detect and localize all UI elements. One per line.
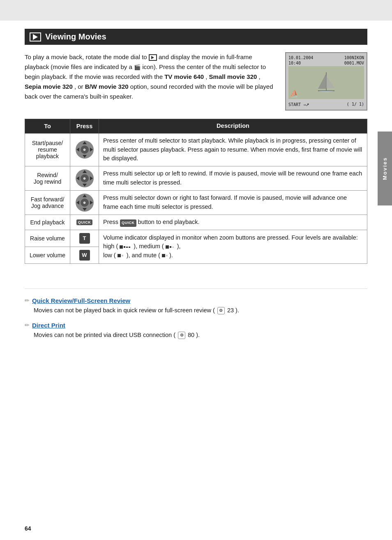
lcd-start-label: START →↗	[288, 101, 309, 107]
sailboat-icon	[314, 68, 339, 97]
svg-rect-13	[162, 254, 165, 257]
sidebar-movies: Movies	[378, 132, 392, 205]
small-movie-label: Small movie 320	[209, 73, 257, 80]
row-press-start: ⊕	[70, 133, 99, 166]
row-press-ff: ⊕	[70, 191, 99, 215]
row-press-rewind: ⊕	[70, 166, 99, 191]
svg-rect-11	[118, 254, 121, 257]
ms-center-icon-2: ⊕	[81, 174, 89, 182]
ref-icon-dp: ⚙	[178, 332, 185, 339]
intro-text: To play a movie back, rotate the mode di…	[25, 52, 277, 111]
multi-selector-icon-3: ⊕	[76, 194, 94, 212]
note-direct-print: ✏ Direct Print Movies can not be printed…	[25, 322, 367, 340]
ms-arrow-right-icon-3	[90, 201, 93, 205]
intro-p6: , or	[74, 83, 85, 90]
quick-btn-container: QUICK	[74, 219, 95, 225]
lcd-time: 10:40	[288, 61, 301, 65]
ms-arrow-left-icon-2	[76, 176, 79, 180]
table-row: Start/pause/resumeplayback ⊕	[25, 133, 367, 166]
ms-center-text-3: ⊕	[83, 201, 86, 205]
multi-selector-container: ⊕	[74, 141, 95, 159]
row-to-ff: Fast forward/Jog advance	[25, 191, 70, 215]
vol-mute-icon	[162, 253, 168, 258]
note-quick-review-body: Movies can not be played back in quick r…	[34, 306, 367, 315]
ms-arrow-left-icon	[76, 148, 79, 152]
row-to-end: End playback	[25, 215, 70, 230]
ms-center-text-2: ⊕	[83, 177, 86, 180]
sidebar-label: Movies	[382, 157, 388, 180]
camera-lcd: 10.01.2004 100NIKON 10:40 0001.MOV ⛵	[285, 52, 367, 111]
note-quick-review-title: Quick Review/Full-Screen Review	[32, 297, 130, 304]
pencil-icon-1: ✏	[25, 297, 30, 304]
vol-medium-icon	[166, 245, 175, 249]
lcd-frame-counter: ( 1/ 1)	[347, 102, 364, 106]
movie-file-icon: 🎬	[134, 64, 141, 70]
col-header-press: Press	[70, 119, 99, 134]
ms-arrow-up-icon-2	[83, 170, 87, 173]
row-desc-start: Press center of multi selector to start …	[99, 133, 367, 166]
ms-arrow-down-icon-3	[83, 208, 87, 211]
svg-rect-7	[129, 247, 130, 248]
play-icon-box	[30, 32, 41, 42]
ms-arrow-right-icon	[90, 148, 93, 152]
row-to-start: Start/pause/resumeplayback	[25, 133, 70, 166]
tv-movie-label: TV movie 640	[164, 73, 204, 80]
row-press-end: QUICK	[70, 215, 99, 230]
row-press-raise-vol: T	[70, 230, 99, 247]
lcd-file: 0001.MOV	[344, 61, 364, 65]
ms-arrow-down-icon	[83, 155, 87, 158]
note-dp-text-1: Movies can not be printed via direct USB…	[34, 332, 175, 338]
play-triangle-icon	[33, 34, 38, 40]
t-button-icon: T	[79, 233, 90, 244]
svg-rect-4	[120, 245, 123, 249]
note-quick-review: ✏ Quick Review/Full-Screen Review Movies…	[25, 297, 367, 315]
intro-p5: ,	[259, 73, 261, 80]
row-to-raise-vol: Raise volume	[25, 230, 70, 247]
note-dp-ref-num: 80	[188, 332, 194, 338]
ms-center-text: ⊕	[83, 148, 86, 152]
multi-selector-icon: ⊕	[76, 141, 94, 159]
note-quick-review-title-row: ✏ Quick Review/Full-Screen Review	[25, 297, 367, 304]
bw-movie-label: B/W movie 320	[85, 83, 129, 90]
boat-small-icon: ⛵	[290, 90, 298, 97]
intro-p1: To play a movie back, rotate the mode di…	[25, 53, 149, 60]
svg-rect-8	[166, 245, 169, 249]
multi-selector-icon-2: ⊕	[76, 169, 94, 187]
ms-center-icon: ⊕	[81, 145, 89, 154]
multi-selector-container-3: ⊕	[74, 194, 95, 212]
row-to-lower-vol: Lower volume	[25, 247, 70, 263]
ms-center-icon-3: ⊕	[81, 198, 89, 207]
lcd-date: 10.01.2004	[288, 55, 313, 60]
row-desc-rewind: Press multi selector up or left to rewin…	[99, 166, 367, 191]
svg-rect-6	[126, 247, 128, 248]
notes-section: ✏ Quick Review/Full-Screen Review Movies…	[25, 288, 367, 340]
ms-arrow-up-icon	[83, 141, 87, 144]
section-title: Viewing Movies	[45, 32, 106, 42]
vol-high-icon	[120, 245, 132, 249]
table-row: Fast forward/Jog advance ⊕	[25, 191, 367, 215]
lcd-bottom-bar: START →↗ ( 1/ 1)	[288, 101, 364, 107]
w-button-icon: W	[79, 250, 90, 261]
quick-btn-inline: QUICK	[120, 219, 136, 227]
row-desc-ff: Press multi selector down or right to fa…	[99, 191, 367, 215]
t-btn-container: T	[74, 233, 95, 244]
vol-low-icon	[118, 253, 125, 258]
lcd-time-bar: 10:40 0001.MOV	[288, 61, 364, 65]
svg-rect-5	[124, 246, 125, 248]
multi-selector-container-2: ⊕	[74, 169, 95, 187]
lcd-top-bar: 10.01.2004 100NIKON	[288, 55, 364, 60]
ms-arrow-right-icon-2	[90, 176, 93, 180]
quick-button-icon: QUICK	[76, 219, 93, 225]
row-press-lower-vol: W	[70, 247, 99, 263]
ms-arrow-left-icon-3	[76, 201, 79, 205]
instructions-table: To Press Description Start/pause/resumep…	[25, 119, 367, 264]
note-direct-print-title: Direct Print	[32, 322, 65, 329]
page-header-strip	[0, 0, 392, 21]
ms-arrow-down-icon-2	[83, 184, 87, 187]
row-desc-volume: Volume indicator displayed in monitor wh…	[99, 230, 367, 263]
main-content: Viewing Movies To play a movie back, rot…	[0, 21, 392, 363]
sepia-movie-label: Sepia movie 320	[25, 83, 73, 90]
table-row: Raise volume T Volume indicator displaye…	[25, 230, 367, 247]
intro-p4: ,	[205, 73, 209, 80]
play-arrow-small	[151, 56, 154, 59]
